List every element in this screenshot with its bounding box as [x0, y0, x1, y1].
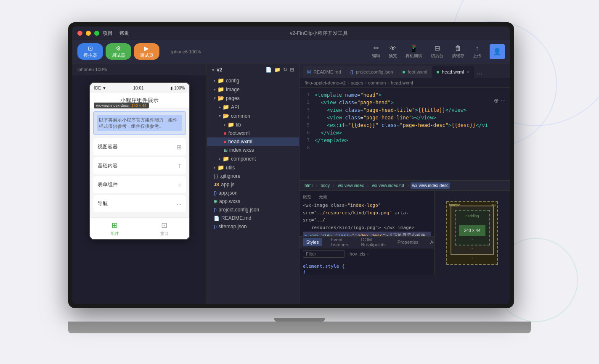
tree-item-foot-wxml[interactable]: ■ foot.wxml [207, 129, 299, 137]
laptop-screen: 项目 帮助 v2-FinClip小程序开发工具 ⊡ 模拟器 ⚙ 调试器 [72, 26, 510, 304]
nav-item-component[interactable]: ⊞ 组件 [90, 218, 140, 239]
simulator-button[interactable]: ⊡ 模拟器 [77, 43, 103, 60]
head-wxml-close-btn[interactable]: ✕ [466, 70, 470, 74]
dom-tag-body[interactable]: body [319, 182, 331, 189]
phone-content-text: 以下将展示小程序官方组件能力，组件样式仅供参考，组件仅供参考。 [97, 115, 182, 131]
styles-tab-access[interactable]: Accessibility [427, 238, 434, 246]
app-titlebar: 项目 帮助 v2-FinClip小程序开发工具 [72, 26, 510, 40]
toolbar-action-background[interactable]: ⊟ 切后台 [431, 44, 443, 59]
tree-action-collapse[interactable]: ⊟ [290, 67, 294, 73]
tree-item-readme-label: README.md [221, 215, 251, 221]
tree-item-app-wxss[interactable]: ⊞ app.wxss [207, 197, 299, 206]
toolbar-action-edit[interactable]: ✏ 编辑 [372, 44, 380, 59]
tree-item-app-js[interactable]: JS app.js [207, 180, 299, 189]
list-item-form[interactable]: 表单组件 ≡ [93, 176, 186, 193]
dom-tag-wx-view-index-hd[interactable]: wx-view.index-hd [370, 182, 406, 189]
menu-item-project[interactable]: 项目 [103, 30, 113, 37]
tree-item-foot-wxml-label: foot.wxml [228, 130, 250, 136]
editor-tabs: M README.md {} project.config.json ■ foo… [300, 63, 510, 78]
css-rule-element: element.style { } [300, 262, 434, 275]
background-label: 切后台 [431, 53, 443, 59]
toolbar-action-upload[interactable]: ↑ 上传 [473, 45, 481, 59]
style-filter-input[interactable] [303, 250, 345, 258]
component-nav-icon: ⊞ [111, 221, 118, 230]
testpage-button[interactable]: ▶ 测试页 [134, 43, 159, 60]
tree-item-common[interactable]: 📂 common [207, 111, 299, 120]
dom-tag-html[interactable]: html [303, 182, 314, 189]
tree-item-gitignore[interactable]: {·} .gitignore [207, 172, 299, 180]
project-config-tab-icon: {} [350, 69, 353, 74]
code-line-7: 7 </template> [300, 137, 510, 144]
close-button[interactable] [77, 31, 82, 36]
dom-tag-wx-view-index-desc[interactable]: wx-view.index-desc [411, 182, 450, 189]
phone-device-label: iphone6 100% [77, 67, 107, 72]
tree-item-readme[interactable]: 📄 README.md [207, 214, 299, 222]
maximize-button[interactable] [94, 31, 99, 36]
common-folder-icon: 📂 [223, 113, 229, 119]
toolbar-action-real-device[interactable]: 📱 真机调试 [406, 44, 422, 59]
tree-item-component[interactable]: 📁 component [207, 154, 299, 163]
debugger-button[interactable]: ⚙ 调试器 [106, 43, 131, 60]
breadcrumb-root: fino-applet-demo-v2 [305, 80, 346, 85]
tab-foot-wxml[interactable]: ■ foot.wxml [398, 66, 432, 78]
api-nav-icon: ⊡ [161, 221, 167, 230]
breadcrumb-file: head.wxml [391, 80, 413, 85]
simulator-icon: ⊡ [88, 45, 93, 52]
foot-wxml-tab-icon: ■ [403, 69, 406, 74]
app-js-icon: JS [214, 182, 219, 187]
tree-item-lib[interactable]: 📁 lib [207, 120, 299, 129]
api-folder-icon: 📁 [223, 104, 229, 110]
content-box: 240 × 44 [459, 225, 485, 236]
list-item-views[interactable]: 视图容器 ⊞ [93, 138, 186, 156]
list-item-nav[interactable]: 导航 ··· [93, 195, 186, 212]
tree-item-index-wxss[interactable]: ⊞ index.wxss [207, 146, 299, 154]
filter-pseudo: :hov .cls + [348, 251, 369, 256]
image-caret [214, 87, 216, 92]
toolbar-actions: ✏ 编辑 👁 预览 📱 真机调试 ⊟ 切后台 [372, 44, 505, 59]
styles-tab-styles[interactable]: Styles [303, 238, 322, 246]
tree-root-label-text: v2 [217, 67, 222, 73]
lib-caret [224, 122, 226, 127]
toolbar-action-clear[interactable]: 🗑 清缓存 [452, 45, 464, 59]
tree-item-config[interactable]: 📁 config [207, 76, 299, 85]
file-tree-panel: v2 📄 📁 ↻ ⊟ 📁 config [207, 63, 300, 304]
app-wxss-icon: ⊞ [214, 199, 217, 204]
tree-item-sitemap-label: sitemap.json [218, 224, 246, 229]
tree-item-project-config[interactable]: {} project.config.json [207, 206, 299, 214]
root-caret[interactable] [212, 68, 214, 72]
styles-tab-event[interactable]: Event Listeners [327, 237, 353, 249]
tree-item-image[interactable]: 📁 image [207, 85, 299, 94]
tree-item-gitignore-label: .gitignore [220, 173, 240, 179]
tree-item-pages[interactable]: 📂 pages [207, 94, 299, 103]
code-editor[interactable]: 1 <template name="head"> 2 <view class="… [300, 88, 510, 180]
tab-readme[interactable]: M README.md [303, 66, 345, 78]
more-tabs-button[interactable]: ··· [475, 70, 484, 78]
dom-tag-wx-view-index[interactable]: wx-view.index [336, 182, 366, 189]
tree-action-new-folder[interactable]: 📁 [274, 67, 281, 73]
list-item-basic[interactable]: 基础内容 T [93, 157, 186, 174]
tree-item-sitemap[interactable]: {} sitemap.json [207, 222, 299, 231]
tree-action-new-file[interactable]: 📄 [265, 67, 272, 73]
nav-icon: ··· [177, 200, 182, 207]
tree-item-head-wxml[interactable]: ■ head.wxml [207, 137, 299, 146]
testpage-label: 测试页 [140, 53, 154, 58]
tree-item-index-wxss-label: index.wxss [229, 147, 254, 153]
user-avatar[interactable]: 👤 [490, 44, 505, 59]
index-wxss-icon: ⊞ [224, 148, 228, 153]
tab-head-wxml[interactable]: ■ head.wxml ✕ [432, 66, 474, 78]
code-line-6: 6 </view> [300, 129, 510, 137]
tree-item-api[interactable]: 📁 API [207, 103, 299, 111]
nav-item-api[interactable]: ⊡ 接口 [140, 218, 189, 239]
styles-tab-props[interactable]: Properties [394, 238, 422, 246]
titlebar-menu: 项目 帮助 [103, 30, 130, 37]
tree-item-app-json[interactable]: {} app.json [207, 189, 299, 197]
minimize-button[interactable] [86, 31, 91, 36]
toolbar-action-preview[interactable]: 👁 预览 [389, 45, 397, 59]
head-wxml-tab-label: head.wxml [442, 69, 464, 74]
tree-item-utils[interactable]: 📁 utils [207, 163, 299, 172]
tree-action-refresh[interactable]: ↻ [283, 67, 287, 73]
menu-item-help[interactable]: 帮助 [119, 30, 130, 37]
upload-label: 上传 [473, 53, 481, 59]
styles-tab-dom-bp[interactable]: DOM Breakpoints [358, 237, 389, 249]
tab-project-config[interactable]: {} project.config.json [346, 66, 398, 78]
